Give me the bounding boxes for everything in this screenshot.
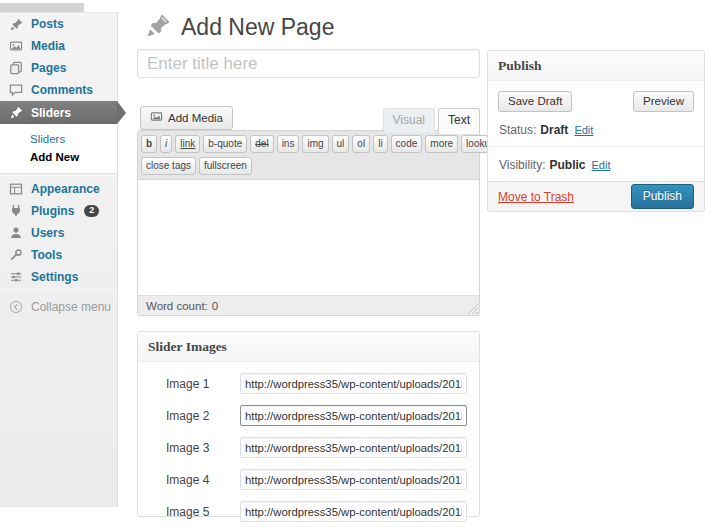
- sliders-submenu: Sliders Add New: [0, 124, 117, 174]
- tab-visual[interactable]: Visual: [383, 108, 435, 133]
- qt-close-tags-button[interactable]: close tags: [141, 157, 196, 175]
- slider-image-label: Image 3: [166, 441, 240, 455]
- page-header: Add New Page: [146, 13, 334, 42]
- qt-bold-button[interactable]: b: [141, 135, 157, 153]
- sidebar-item-appearance[interactable]: Appearance: [0, 178, 117, 200]
- sidebar-item-label: Settings: [31, 270, 78, 284]
- qt-ul-button[interactable]: ul: [332, 135, 350, 153]
- visibility-label: Visibility:: [499, 158, 545, 172]
- publish-metabox: Publish Save Draft Preview Status: Draft…: [487, 50, 705, 212]
- sidebar-item-label: Plugins: [31, 204, 74, 218]
- user-icon: [8, 225, 24, 241]
- sidebar-item-plugins[interactable]: Plugins 2: [0, 200, 117, 222]
- plugins-update-badge: 2: [84, 205, 99, 217]
- sidebar-item-label: Appearance: [31, 182, 100, 196]
- slider-image-url-input[interactable]: [240, 405, 467, 426]
- sidebar-item-users[interactable]: Users: [0, 222, 117, 244]
- selected-item-arrow: [117, 101, 126, 124]
- sidebar-subitem-add-new[interactable]: Add New: [0, 148, 117, 166]
- qt-blockquote-button[interactable]: b-quote: [203, 135, 247, 153]
- pages-icon: [8, 60, 24, 76]
- status-value: Draft: [540, 123, 568, 137]
- admin-bar-remnant: [0, 3, 84, 12]
- editor-status-bar: Word count: 0: [138, 295, 479, 315]
- sidebar-item-label: Comments: [31, 83, 93, 97]
- qt-italic-button[interactable]: i: [160, 135, 172, 153]
- qt-more-button[interactable]: more: [425, 135, 458, 153]
- pushpin-icon: [146, 13, 171, 42]
- settings-sliders-icon: [8, 269, 24, 285]
- slider-image-label: Image 4: [166, 473, 240, 487]
- slider-image-row: Image 4: [166, 469, 467, 490]
- slider-image-row: Image 1: [166, 373, 467, 394]
- admin-sidebar: Posts Media Pages Comments Sliders: [0, 12, 118, 507]
- sidebar-item-label: Tools: [31, 248, 62, 262]
- sidebar-item-tools[interactable]: Tools: [0, 244, 117, 266]
- content-editor: b i link b-quote del ins img ul ol li co…: [137, 130, 480, 316]
- status-row: Status: Draft Edit: [499, 123, 693, 137]
- sidebar-subitem-sliders[interactable]: Sliders: [0, 130, 117, 148]
- slider-image-row: Image 3: [166, 437, 467, 458]
- qt-ol-button[interactable]: ol: [352, 135, 370, 153]
- slider-image-url-input[interactable]: [240, 437, 467, 458]
- visibility-row: Visibility: Public Edit: [499, 158, 693, 172]
- save-draft-button[interactable]: Save Draft: [498, 91, 572, 112]
- slider-images-metabox: Slider Images Image 1 Image 2 Image 3 Im…: [137, 331, 480, 517]
- qt-del-button[interactable]: del: [250, 135, 273, 153]
- collapse-menu-button[interactable]: Collapse menu: [0, 296, 117, 318]
- publish-button[interactable]: Publish: [631, 184, 694, 209]
- page-title: Add New Page: [181, 14, 334, 41]
- slider-images-title: Slider Images: [138, 332, 479, 362]
- word-count-label: Word count:: [146, 300, 208, 312]
- qt-img-button[interactable]: img: [302, 135, 328, 153]
- title-input[interactable]: [137, 49, 480, 78]
- sidebar-item-settings[interactable]: Settings: [0, 266, 117, 288]
- sidebar-item-posts[interactable]: Posts: [0, 13, 117, 35]
- qt-li-button[interactable]: li: [373, 135, 387, 153]
- visibility-value: Public: [549, 158, 585, 172]
- comment-bubble-icon: [8, 82, 24, 98]
- qt-ins-button[interactable]: ins: [277, 135, 300, 153]
- slider-image-label: Image 5: [166, 505, 240, 519]
- qt-link-button[interactable]: link: [175, 135, 200, 153]
- tools-icon: [8, 247, 24, 263]
- word-count-value: 0: [212, 300, 218, 312]
- pushpin-icon: [8, 105, 24, 121]
- plugin-icon: [8, 203, 24, 219]
- draft-preview-row: Save Draft Preview: [498, 91, 694, 112]
- sidebar-item-comments[interactable]: Comments: [0, 79, 117, 101]
- slider-image-row: Image 5: [166, 501, 467, 522]
- sidebar-item-pages[interactable]: Pages: [0, 57, 117, 79]
- edit-status-link[interactable]: Edit: [574, 124, 593, 136]
- move-to-trash-link[interactable]: Move to Trash: [498, 190, 574, 204]
- quicktags-toolbar: b i link b-quote del ins img ul ol li co…: [138, 131, 479, 180]
- sidebar-item-label: Media: [31, 39, 65, 53]
- post-content-textarea[interactable]: [138, 180, 479, 298]
- quicktags-row-1: b i link b-quote del ins img ul ol li co…: [141, 135, 476, 153]
- slider-image-label: Image 2: [166, 409, 240, 423]
- appearance-icon: [8, 181, 24, 197]
- preview-button[interactable]: Preview: [633, 91, 694, 112]
- resize-handle[interactable]: [467, 303, 478, 314]
- media-icon: [8, 38, 24, 54]
- qt-fullscreen-button[interactable]: fullscreen: [199, 157, 252, 175]
- sidebar-separator: [0, 289, 117, 290]
- slider-image-url-input[interactable]: [240, 373, 467, 394]
- sidebar-item-media[interactable]: Media: [0, 35, 117, 57]
- slider-image-url-input[interactable]: [240, 501, 467, 522]
- edit-visibility-link[interactable]: Edit: [591, 159, 610, 171]
- collapse-arrow-icon: [8, 299, 24, 315]
- sidebar-item-sliders[interactable]: Sliders: [0, 101, 117, 124]
- tab-text[interactable]: Text: [438, 108, 480, 134]
- collapse-menu-label: Collapse menu: [31, 300, 111, 314]
- sidebar-item-label: Sliders: [31, 106, 71, 120]
- quicktags-row-2: close tags fullscreen: [141, 157, 476, 175]
- publish-box-title: Publish: [488, 51, 704, 81]
- publish-divider: [488, 146, 704, 147]
- sidebar-item-label: Posts: [31, 17, 64, 31]
- slider-image-url-input[interactable]: [240, 469, 467, 490]
- slider-image-row: Image 2: [166, 405, 467, 426]
- qt-code-button[interactable]: code: [391, 135, 423, 153]
- sidebar-separator: [0, 175, 117, 176]
- sidebar-item-label: Pages: [31, 61, 66, 75]
